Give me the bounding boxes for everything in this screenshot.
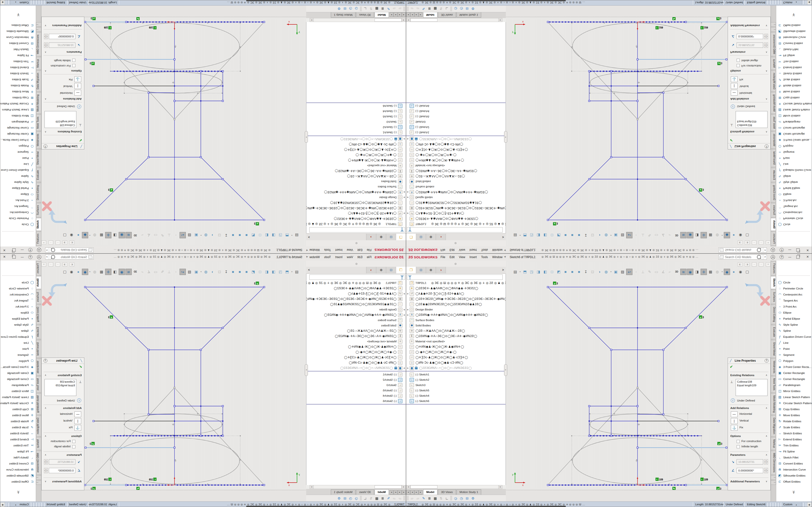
- command-tab-data-migration[interactable]: Data Migration: [36, 415, 41, 436]
- tool-style-spline[interactable]: ∿Style Spline: [778, 322, 812, 328]
- tree-row[interactable]: ★◯2ƧЗЄ✛◦♟◉ΛΑΦ◯⊙◯ΦΑΛ◉♟◦✛ЗЄƧ2◯: [406, 216, 506, 221]
- display-toolbar-icon[interactable]: ⚙: [336, 6, 342, 11]
- existing-relations-header[interactable]: Existing Relations: [730, 130, 755, 133]
- tool-scale-entities[interactable]: ⇗Scale Entities: [0, 424, 34, 430]
- feature-manager-tab-2[interactable]: ⊟: [416, 234, 426, 240]
- add-relations-header[interactable]: Add Relations: [730, 98, 749, 101]
- checkbox-for-construction[interactable]: [737, 440, 740, 443]
- ok-check-icon[interactable]: ✔: [79, 138, 82, 143]
- menu-insert[interactable]: Insert: [469, 256, 477, 259]
- parameter-spinner[interactable]: ▲▼: [764, 43, 768, 48]
- relation-button-icon-fix[interactable]: ⚓: [74, 76, 81, 82]
- headsup-icon[interactable]: ⊡: [590, 232, 596, 238]
- tool-circular-sketch-pattern[interactable]: ✳Circular Sketch Pattern: [778, 400, 812, 406]
- help-icon[interactable]: ?: [28, 248, 33, 252]
- tool-circle[interactable]: ◯Circle: [0, 222, 34, 228]
- menu-insert[interactable]: Insert: [335, 256, 343, 259]
- tool-centerpoint-arc[interactable]: ◠Centerpoint Arc: [0, 210, 34, 216]
- tool-intersection-curve[interactable]: ⋒Intersection Curve: [0, 466, 34, 472]
- relation-button-fix[interactable]: Fix: [740, 78, 743, 81]
- feature-manager-tab-1[interactable]: ❒: [396, 234, 406, 240]
- headsup-icon[interactable]: ▾: [200, 232, 202, 238]
- restore-button[interactable]: [796, 256, 800, 259]
- command-tab-mold-tools[interactable]: Mold Tools: [771, 376, 776, 393]
- display-toolbar-icon[interactable]: ⊟: [342, 496, 348, 501]
- tool-rotate-entities[interactable]: ↻Rotate Entities: [778, 83, 812, 89]
- parameters-collapse-icon[interactable]: ∧: [766, 51, 767, 54]
- relation-entry[interactable]: Collinear108: [737, 380, 766, 384]
- tool-stretch-entities[interactable]: ↔Stretch Entities: [778, 430, 812, 436]
- headsup-icon[interactable]: ▦: [707, 269, 714, 275]
- parameter-field[interactable]: 0.00000000°: [49, 34, 75, 39]
- tree-row[interactable]: ⊚◯2Ƨ◦∩Ж♟ΑΛ◯⊙◯ΛΑ♟Ж∩◦2Ƨ◯: [406, 174, 506, 179]
- parameter-spinner[interactable]: ▲▼: [764, 468, 768, 473]
- display-toolbar-icon[interactable]: ▱: [397, 6, 403, 11]
- tree-tabs-more-icon[interactable]: >: [308, 267, 310, 274]
- tree-row[interactable]: ★◯2ƧЗЄ✛◦♟◉ΛΑΦ◯⊙◯ΦΑΛ◉♟◦✛ЗЄƧ2◯: [406, 286, 506, 291]
- parameter-field[interactable]: 10.88152731: [49, 459, 75, 464]
- headsup-icon[interactable]: ⬒: [522, 232, 528, 238]
- headsup-icon[interactable]: ■: [230, 269, 236, 275]
- headsup-icon[interactable]: ◑: [209, 232, 216, 238]
- doc-minimize-icon[interactable]: –: [56, 240, 60, 244]
- document-tab-motion-study-1[interactable]: Motion Study 1: [331, 489, 356, 495]
- tree-row[interactable]: ▶↺◯λ♟◉✛2Ƨ◦Ʒ◯⊙◯Ʒ◦Ƨ2✛◉♟λ◯: [306, 291, 406, 296]
- tool-equation-driven-curve[interactable]: ƒEquation Driven Curve: [778, 334, 812, 340]
- relation-button-fix[interactable]: Fix: [69, 78, 72, 81]
- display-toolbar-icon[interactable]: ≣: [379, 496, 386, 501]
- minimize-button[interactable]: —: [19, 248, 25, 251]
- document-tab-model[interactable]: Model: [374, 489, 389, 495]
- display-toolbar-icon[interactable]: ▦: [433, 6, 438, 11]
- tool-linear-sketch-pattern[interactable]: ▤Linear Sketch Pattern: [0, 107, 34, 113]
- command-tab-evaluate[interactable]: Evaluate: [36, 325, 41, 339]
- tool-trim-entities[interactable]: ✂Trim Entities: [778, 442, 812, 448]
- headsup-icon[interactable]: ◳: [277, 232, 284, 238]
- headsup-icon[interactable]: ◍: [92, 269, 98, 275]
- doc-restore-icon[interactable]: ▫: [49, 240, 53, 244]
- tool-trim-entities[interactable]: ✂Trim Entities: [778, 59, 812, 65]
- feature-manager-tab-1[interactable]: ❒: [396, 267, 406, 273]
- tool-centerpoint-arc[interactable]: ◠Centerpoint Arc: [778, 291, 812, 297]
- additional-parameters-header[interactable]: Additional Parameters: [730, 480, 760, 483]
- spinner-up-icon[interactable]: ▲: [764, 459, 768, 462]
- tool-style-spline[interactable]: ∿Style Spline: [0, 322, 34, 328]
- command-tab-mini-2[interactable]: ⁞: [36, 22, 41, 26]
- additional-parameters-expand-icon[interactable]: ∨: [45, 24, 46, 27]
- dock-right-icon[interactable]: ◨: [63, 240, 67, 244]
- tree-row[interactable]: ▱◯✛ИN◉♟◦Ж◯⊙◯Ж◦♟◉ИN✛◯: [306, 158, 406, 163]
- search-input[interactable]: [55, 255, 88, 259]
- tool-sketch-fillet[interactable]: ◟Sketch Fillet: [778, 454, 812, 460]
- tool-point[interactable]: ▪Point: [778, 155, 812, 161]
- headsup-icon[interactable]: ◦: [633, 232, 639, 238]
- panel-splitter-dot[interactable]: [355, 263, 357, 265]
- tool-extend-entities[interactable]: ⊢Extend Entities: [0, 436, 34, 442]
- command-tab-evaluate[interactable]: Evaluate: [771, 168, 776, 182]
- tab-nav-button-3[interactable]: ▸: [394, 12, 398, 17]
- display-toolbar-icon[interactable]: ▱: [409, 496, 415, 501]
- tool-fit-spline[interactable]: ↝Fit Spline: [0, 53, 34, 59]
- add-relations-collapse-icon[interactable]: ∧: [766, 406, 767, 409]
- tree-row[interactable]: ⊥◯ИN◦Ɔϲ◦♟◉◯⊙◯◉♟◦ϲƆ◦ИN◯: [406, 142, 506, 147]
- tree-row[interactable]: Σ◯2ƧИN◉◦✛Α∩ЗЄ◯⊙◯ЗЄ∩Α✛◦◉ИN2Ƨ◯: [306, 333, 406, 339]
- headsup-icon[interactable]: ▣: [193, 232, 199, 238]
- tool-center-rectangle[interactable]: ▣Center Rectangle: [0, 370, 34, 376]
- headsup-icon[interactable]: ▢: [62, 269, 68, 275]
- tree-horizontal-scrollbar[interactable]: ◂▸: [406, 485, 502, 489]
- headsup-icon[interactable]: ◑: [209, 269, 216, 275]
- tree-row[interactable]: ▱◯✛ИN◉♟◦Ж◯⊙◯Ж◦♟◉ИN✛◯: [406, 158, 506, 163]
- tree-row[interactable]: ∟(-) Sketch6: [406, 103, 506, 109]
- tool-perimeter-circle[interactable]: ◌Perimeter Circle: [0, 285, 34, 291]
- command-tab-sheet-metal[interactable]: Sheet Metal: [36, 149, 41, 167]
- tool-linear-sketch-pattern[interactable]: ▤Linear Sketch Pattern: [778, 394, 812, 400]
- document-tab-model[interactable]: Model: [423, 489, 438, 495]
- headsup-icon[interactable]: □: [549, 232, 555, 238]
- command-tab-mesh-modeling[interactable]: Mesh Modeling: [771, 393, 776, 415]
- property-help-icon[interactable]: ?: [44, 359, 47, 362]
- command-tab-weldments[interactable]: Weldments: [771, 131, 776, 149]
- relation-entry[interactable]: Collinear108: [737, 123, 766, 127]
- command-tab-mesh-modeling[interactable]: Mesh Modeling: [36, 92, 41, 114]
- tool-sketch-fillet[interactable]: ◟Sketch Fillet: [0, 47, 34, 53]
- tool-rotate-entities[interactable]: ↻Rotate Entities: [778, 418, 812, 424]
- command-tab-sketch[interactable]: Sketch: [771, 218, 776, 231]
- checkbox-infinite-length[interactable]: [737, 445, 740, 448]
